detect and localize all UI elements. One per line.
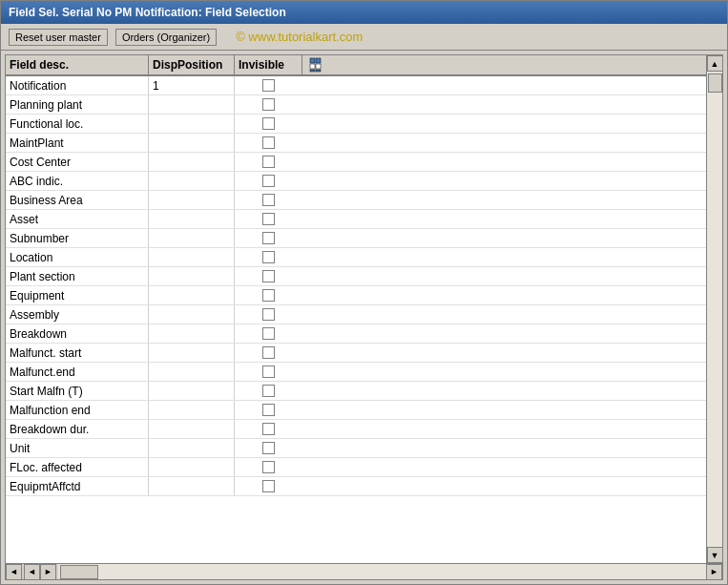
- column-chooser-button[interactable]: [302, 55, 330, 74]
- cell-invisible[interactable]: [235, 115, 302, 133]
- invisible-checkbox[interactable]: [262, 136, 275, 149]
- table-row[interactable]: Functional loc.: [6, 115, 706, 134]
- invisible-checkbox[interactable]: [262, 461, 275, 473]
- cell-invisible[interactable]: [235, 210, 302, 228]
- scroll-left-button[interactable]: ◄: [6, 564, 22, 580]
- cell-invisible[interactable]: [235, 420, 302, 438]
- cell-invisible[interactable]: [235, 344, 302, 362]
- horizontal-scrollbar[interactable]: ◄ ◄ ► ►: [6, 563, 722, 579]
- nav-right-button[interactable]: ►: [40, 564, 56, 580]
- table-row[interactable]: MaintPlant: [6, 134, 706, 153]
- cell-field-desc: Subnumber: [6, 229, 149, 247]
- scroll-up-button[interactable]: ▲: [707, 55, 723, 72]
- invisible-checkbox[interactable]: [262, 232, 275, 244]
- invisible-checkbox[interactable]: [262, 194, 275, 206]
- cell-invisible[interactable]: [235, 382, 302, 400]
- table-row[interactable]: Location: [6, 248, 706, 267]
- table-row[interactable]: Breakdown dur.: [6, 420, 706, 439]
- scroll-down-button[interactable]: ▼: [707, 547, 723, 563]
- table-row[interactable]: Unit: [6, 439, 706, 458]
- h-scroll-thumb[interactable]: [60, 565, 98, 579]
- invisible-checkbox[interactable]: [262, 308, 275, 321]
- cell-invisible[interactable]: [235, 267, 302, 285]
- scroll-thumb[interactable]: [708, 73, 722, 93]
- cell-invisible[interactable]: [235, 248, 302, 266]
- table-row[interactable]: Cost Center: [6, 153, 706, 172]
- toolbar: Reset user master Orders (Organizer) © w…: [1, 24, 727, 51]
- invisible-checkbox[interactable]: [262, 289, 275, 302]
- table-wrapper: Field desc. DispPosition Invisible: [5, 54, 723, 580]
- nav-arrows: ◄ ►: [22, 562, 58, 581]
- invisible-checkbox[interactable]: [262, 251, 275, 263]
- invisible-checkbox[interactable]: [262, 385, 275, 397]
- invisible-checkbox[interactable]: [262, 270, 275, 282]
- vertical-scrollbar[interactable]: ▲ ▼: [706, 55, 722, 563]
- cell-invisible[interactable]: [235, 134, 302, 152]
- table-row[interactable]: Plant section: [6, 267, 706, 286]
- table-row[interactable]: FLoc. affected: [6, 458, 706, 477]
- cell-disp-position: [149, 305, 235, 324]
- table-row[interactable]: Assembly: [6, 305, 706, 324]
- cell-invisible[interactable]: [235, 95, 302, 114]
- cell-field-desc: MaintPlant: [6, 134, 149, 152]
- table-row[interactable]: Asset: [6, 210, 706, 229]
- cell-invisible[interactable]: [235, 458, 302, 476]
- invisible-checkbox[interactable]: [262, 366, 275, 378]
- cell-disp-position: [149, 210, 235, 228]
- table-row[interactable]: Malfunct. start: [6, 344, 706, 363]
- header-invisible: Invisible: [235, 55, 302, 74]
- cell-field-desc: Start Malfn (T): [6, 382, 149, 400]
- table-row[interactable]: Planning plant: [6, 95, 706, 115]
- invisible-checkbox[interactable]: [262, 404, 275, 416]
- reset-user-master-button[interactable]: Reset user master: [9, 29, 108, 46]
- table-row[interactable]: Subnumber: [6, 229, 706, 248]
- table-row[interactable]: Notification1: [6, 76, 706, 95]
- svg-rect-5: [316, 70, 321, 72]
- svg-rect-2: [310, 64, 315, 69]
- invisible-checkbox[interactable]: [262, 346, 275, 359]
- table-row[interactable]: Malfunct.end: [6, 363, 706, 382]
- cell-disp-position: [149, 458, 235, 476]
- table-row[interactable]: EquipmtAffctd: [6, 477, 706, 496]
- table-row[interactable]: Malfunction end: [6, 401, 706, 420]
- cell-invisible[interactable]: [235, 324, 302, 343]
- invisible-checkbox[interactable]: [262, 423, 275, 435]
- orders-organizer-button[interactable]: Orders (Organizer): [115, 29, 217, 46]
- cell-invisible[interactable]: [235, 477, 302, 495]
- nav-left-button[interactable]: ◄: [24, 564, 40, 580]
- cell-invisible[interactable]: [235, 305, 302, 324]
- invisible-checkbox[interactable]: [262, 175, 275, 187]
- invisible-checkbox[interactable]: [262, 327, 275, 340]
- table-row[interactable]: ABC indic.: [6, 172, 706, 191]
- cell-disp-position: [149, 401, 235, 419]
- cell-invisible[interactable]: [235, 76, 302, 94]
- h-scroll-track[interactable]: [58, 564, 706, 580]
- cell-disp-position: [149, 248, 235, 266]
- invisible-checkbox[interactable]: [262, 79, 275, 92]
- cell-invisible[interactable]: [235, 363, 302, 381]
- invisible-checkbox[interactable]: [262, 480, 275, 492]
- invisible-checkbox[interactable]: [262, 117, 275, 130]
- cell-invisible[interactable]: [235, 286, 302, 304]
- cell-invisible[interactable]: [235, 229, 302, 247]
- invisible-checkbox[interactable]: [262, 156, 275, 168]
- cell-disp-position: [149, 477, 235, 495]
- invisible-checkbox[interactable]: [262, 98, 275, 111]
- scroll-right-button[interactable]: ►: [706, 564, 722, 580]
- cell-invisible[interactable]: [235, 191, 302, 209]
- cell-disp-position: [149, 363, 235, 381]
- svg-rect-3: [316, 64, 321, 69]
- table-row[interactable]: Start Malfn (T): [6, 382, 706, 401]
- invisible-checkbox[interactable]: [262, 213, 275, 225]
- svg-rect-1: [316, 58, 321, 63]
- scroll-track[interactable]: [707, 72, 723, 547]
- cell-invisible[interactable]: [235, 401, 302, 419]
- cell-invisible[interactable]: [235, 153, 302, 171]
- table-row[interactable]: Breakdown: [6, 324, 706, 344]
- invisible-checkbox[interactable]: [262, 442, 275, 454]
- cell-invisible[interactable]: [235, 172, 302, 190]
- table-row[interactable]: Equipment: [6, 286, 706, 305]
- cell-invisible[interactable]: [235, 439, 302, 457]
- table-row[interactable]: Business Area: [6, 191, 706, 210]
- cell-disp-position: [149, 134, 235, 152]
